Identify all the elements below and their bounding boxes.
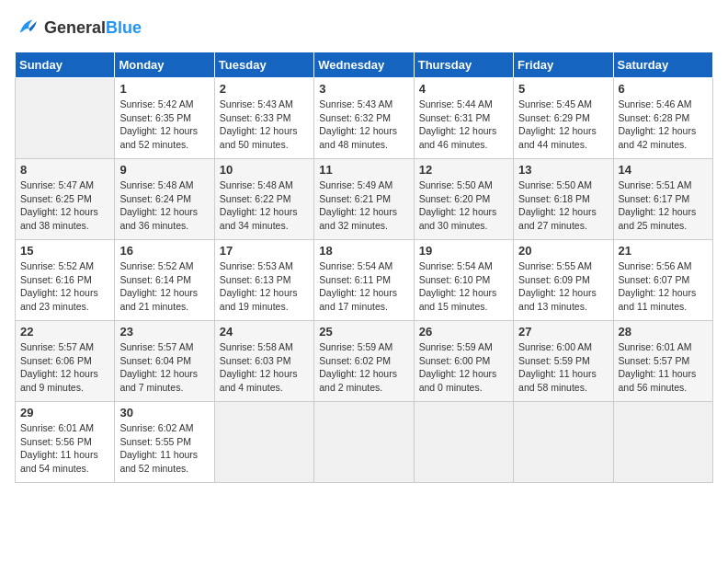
day-number: 23 xyxy=(119,325,209,339)
calendar-day-cell: 16Sunrise: 5:52 AMSunset: 6:14 PMDayligh… xyxy=(115,240,214,321)
day-info: Sunrise: 5:58 AMSunset: 6:03 PMDaylight:… xyxy=(220,341,298,393)
day-number: 28 xyxy=(619,325,708,339)
weekday-header-sunday: Sunday xyxy=(16,52,115,78)
day-number: 9 xyxy=(119,163,209,177)
day-number: 8 xyxy=(20,163,109,177)
day-number: 13 xyxy=(518,163,608,177)
day-number: 15 xyxy=(20,244,109,258)
day-number: 21 xyxy=(619,244,708,258)
calendar-day-cell: 5Sunrise: 5:45 AMSunset: 6:29 PMDaylight… xyxy=(514,78,613,159)
day-number: 4 xyxy=(419,82,508,96)
day-number: 25 xyxy=(319,325,408,339)
day-number: 26 xyxy=(419,325,508,339)
logo-text: GeneralBlue xyxy=(44,18,142,38)
day-info: Sunrise: 5:49 AMSunset: 6:21 PMDaylight:… xyxy=(319,179,397,231)
calendar-day-cell: 9Sunrise: 5:48 AMSunset: 6:24 PMDaylight… xyxy=(115,159,214,240)
calendar-week-row: 1Sunrise: 5:42 AMSunset: 6:35 PMDaylight… xyxy=(16,78,713,159)
calendar-day-cell: 19Sunrise: 5:54 AMSunset: 6:10 PMDayligh… xyxy=(414,240,513,321)
day-info: Sunrise: 5:43 AMSunset: 6:32 PMDaylight:… xyxy=(319,98,397,150)
day-number: 14 xyxy=(619,163,708,177)
calendar-day-cell xyxy=(514,402,613,483)
logo-icon xyxy=(15,15,40,40)
calendar-week-row: 15Sunrise: 5:52 AMSunset: 6:16 PMDayligh… xyxy=(16,240,713,321)
day-info: Sunrise: 5:54 AMSunset: 6:11 PMDaylight:… xyxy=(319,260,397,312)
calendar-week-row: 8Sunrise: 5:47 AMSunset: 6:25 PMDaylight… xyxy=(16,159,713,240)
calendar-day-cell: 11Sunrise: 5:49 AMSunset: 6:21 PMDayligh… xyxy=(314,159,414,240)
day-info: Sunrise: 5:45 AMSunset: 6:29 PMDaylight:… xyxy=(518,98,597,150)
calendar-day-cell: 21Sunrise: 5:56 AMSunset: 6:07 PMDayligh… xyxy=(613,240,712,321)
day-number: 29 xyxy=(20,406,109,419)
calendar-day-cell: 20Sunrise: 5:55 AMSunset: 6:09 PMDayligh… xyxy=(514,240,613,321)
calendar-day-cell: 29Sunrise: 6:01 AMSunset: 5:56 PMDayligh… xyxy=(16,402,115,483)
page-header: GeneralBlue xyxy=(15,15,713,40)
day-info: Sunrise: 5:52 AMSunset: 6:16 PMDaylight:… xyxy=(20,260,98,312)
calendar-day-cell: 27Sunrise: 6:00 AMSunset: 5:59 PMDayligh… xyxy=(514,321,613,402)
calendar-week-row: 29Sunrise: 6:01 AMSunset: 5:56 PMDayligh… xyxy=(16,402,713,483)
calendar-table: SundayMondayTuesdayWednesdayThursdayFrid… xyxy=(15,52,713,483)
day-info: Sunrise: 5:46 AMSunset: 6:28 PMDaylight:… xyxy=(619,98,697,150)
calendar-day-cell xyxy=(214,402,313,483)
weekday-header-tuesday: Tuesday xyxy=(214,52,313,78)
day-info: Sunrise: 6:00 AMSunset: 5:59 PMDaylight:… xyxy=(518,341,597,393)
calendar-day-cell: 23Sunrise: 5:57 AMSunset: 6:04 PMDayligh… xyxy=(115,321,214,402)
day-number: 16 xyxy=(119,244,209,258)
weekday-header-row: SundayMondayTuesdayWednesdayThursdayFrid… xyxy=(16,52,713,78)
day-info: Sunrise: 5:44 AMSunset: 6:31 PMDaylight:… xyxy=(419,98,497,150)
day-info: Sunrise: 5:56 AMSunset: 6:07 PMDaylight:… xyxy=(619,260,697,312)
day-info: Sunrise: 5:48 AMSunset: 6:24 PMDaylight:… xyxy=(119,179,198,231)
day-info: Sunrise: 5:50 AMSunset: 6:20 PMDaylight:… xyxy=(419,179,497,231)
day-info: Sunrise: 5:59 AMSunset: 6:00 PMDaylight:… xyxy=(419,341,497,393)
day-number: 27 xyxy=(518,325,608,339)
day-number: 10 xyxy=(220,163,309,177)
day-info: Sunrise: 6:01 AMSunset: 5:56 PMDaylight:… xyxy=(20,422,98,474)
day-number: 30 xyxy=(119,406,209,419)
calendar-day-cell: 17Sunrise: 5:53 AMSunset: 6:13 PMDayligh… xyxy=(214,240,313,321)
calendar-day-cell: 13Sunrise: 5:50 AMSunset: 6:18 PMDayligh… xyxy=(514,159,613,240)
calendar-day-cell: 2Sunrise: 5:43 AMSunset: 6:33 PMDaylight… xyxy=(214,78,313,159)
calendar-day-cell: 1Sunrise: 5:42 AMSunset: 6:35 PMDaylight… xyxy=(115,78,214,159)
calendar-day-cell xyxy=(314,402,414,483)
day-number: 18 xyxy=(319,244,408,258)
calendar-day-cell xyxy=(16,78,115,159)
weekday-header-thursday: Thursday xyxy=(414,52,513,78)
day-info: Sunrise: 5:55 AMSunset: 6:09 PMDaylight:… xyxy=(518,260,597,312)
calendar-day-cell: 26Sunrise: 5:59 AMSunset: 6:00 PMDayligh… xyxy=(414,321,513,402)
day-number: 20 xyxy=(518,244,608,258)
logo: GeneralBlue xyxy=(15,15,142,40)
weekday-header-monday: Monday xyxy=(115,52,214,78)
day-info: Sunrise: 5:59 AMSunset: 6:02 PMDaylight:… xyxy=(319,341,397,393)
calendar-day-cell: 3Sunrise: 5:43 AMSunset: 6:32 PMDaylight… xyxy=(314,78,414,159)
day-info: Sunrise: 5:43 AMSunset: 6:33 PMDaylight:… xyxy=(220,98,298,150)
calendar-day-cell: 15Sunrise: 5:52 AMSunset: 6:16 PMDayligh… xyxy=(16,240,115,321)
day-number: 12 xyxy=(419,163,508,177)
day-info: Sunrise: 6:01 AMSunset: 5:57 PMDaylight:… xyxy=(619,341,697,393)
day-info: Sunrise: 5:52 AMSunset: 6:14 PMDaylight:… xyxy=(119,260,198,312)
day-info: Sunrise: 5:53 AMSunset: 6:13 PMDaylight:… xyxy=(220,260,298,312)
weekday-header-wednesday: Wednesday xyxy=(314,52,414,78)
calendar-day-cell: 18Sunrise: 5:54 AMSunset: 6:11 PMDayligh… xyxy=(314,240,414,321)
day-info: Sunrise: 5:47 AMSunset: 6:25 PMDaylight:… xyxy=(20,179,98,231)
calendar-day-cell xyxy=(613,402,712,483)
day-number: 5 xyxy=(518,82,608,96)
day-info: Sunrise: 5:42 AMSunset: 6:35 PMDaylight:… xyxy=(119,98,198,150)
calendar-day-cell: 28Sunrise: 6:01 AMSunset: 5:57 PMDayligh… xyxy=(613,321,712,402)
calendar-day-cell: 12Sunrise: 5:50 AMSunset: 6:20 PMDayligh… xyxy=(414,159,513,240)
calendar-day-cell: 25Sunrise: 5:59 AMSunset: 6:02 PMDayligh… xyxy=(314,321,414,402)
calendar-day-cell: 22Sunrise: 5:57 AMSunset: 6:06 PMDayligh… xyxy=(16,321,115,402)
calendar-day-cell: 30Sunrise: 6:02 AMSunset: 5:55 PMDayligh… xyxy=(115,402,214,483)
day-number: 19 xyxy=(419,244,508,258)
day-info: Sunrise: 5:51 AMSunset: 6:17 PMDaylight:… xyxy=(619,179,697,231)
day-number: 24 xyxy=(220,325,309,339)
day-number: 1 xyxy=(119,82,209,96)
calendar-day-cell: 14Sunrise: 5:51 AMSunset: 6:17 PMDayligh… xyxy=(613,159,712,240)
day-info: Sunrise: 5:57 AMSunset: 6:04 PMDaylight:… xyxy=(119,341,198,393)
calendar-day-cell: 6Sunrise: 5:46 AMSunset: 6:28 PMDaylight… xyxy=(613,78,712,159)
calendar-week-row: 22Sunrise: 5:57 AMSunset: 6:06 PMDayligh… xyxy=(16,321,713,402)
calendar-day-cell: 10Sunrise: 5:48 AMSunset: 6:22 PMDayligh… xyxy=(214,159,313,240)
day-info: Sunrise: 6:02 AMSunset: 5:55 PMDaylight:… xyxy=(119,422,198,474)
day-number: 6 xyxy=(619,82,708,96)
day-number: 11 xyxy=(319,163,408,177)
day-number: 17 xyxy=(220,244,309,258)
day-info: Sunrise: 5:48 AMSunset: 6:22 PMDaylight:… xyxy=(220,179,298,231)
calendar-day-cell: 24Sunrise: 5:58 AMSunset: 6:03 PMDayligh… xyxy=(214,321,313,402)
